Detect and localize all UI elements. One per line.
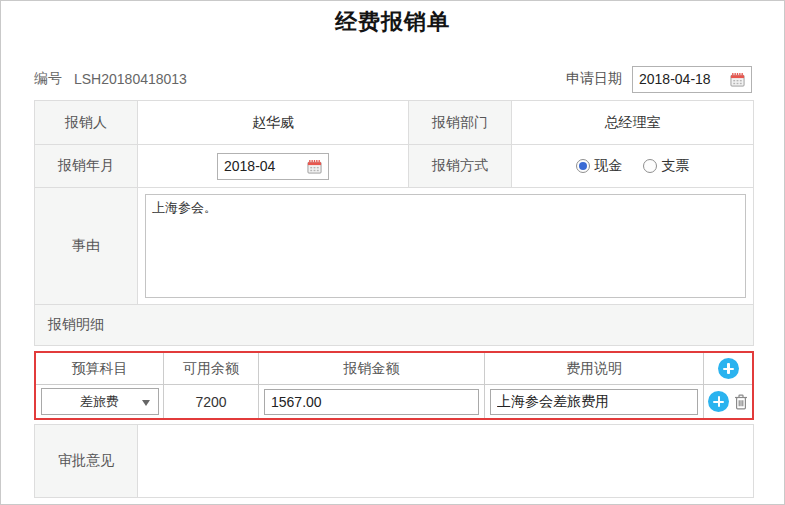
dept-label: 报销部门 bbox=[409, 101, 512, 144]
calendar-icon bbox=[307, 159, 322, 174]
budget-subject-cell: 差旅费 bbox=[36, 385, 164, 418]
reason-textarea[interactable]: 上海参会。 bbox=[145, 194, 746, 298]
chevron-down-icon bbox=[142, 400, 150, 406]
description-cell bbox=[485, 385, 704, 418]
col-header-description: 费用说明 bbox=[485, 353, 704, 384]
radio-label-cash: 现金 bbox=[595, 157, 623, 175]
header-actions-cell bbox=[704, 353, 752, 384]
trash-icon bbox=[734, 394, 748, 410]
approval-section: 审批意见 bbox=[34, 424, 754, 498]
detail-table: 预算科目 可用余额 报销金额 费用说明 差旅费 7200 bbox=[34, 351, 754, 420]
budget-subject-value: 差旅费 bbox=[80, 393, 119, 411]
plus-icon bbox=[708, 391, 729, 412]
method-radio-group: 现金 支票 bbox=[576, 157, 690, 175]
method-label: 报销方式 bbox=[409, 145, 512, 187]
page-title: 经费报销单 bbox=[1, 7, 784, 37]
form-row-person-dept: 报销人 赵华威 报销部门 总经理室 bbox=[35, 101, 753, 145]
detail-data-row: 差旅费 7200 bbox=[36, 385, 752, 418]
form-field-grid: 报销人 赵华威 报销部门 总经理室 报销年月 2018-04 bbox=[34, 100, 754, 346]
form-row-month-method: 报销年月 2018-04 报销方式 bbox=[35, 145, 753, 188]
plus-icon bbox=[718, 358, 739, 379]
detail-section-row: 报销明细 bbox=[35, 305, 753, 345]
available-balance-value: 7200 bbox=[164, 385, 259, 418]
detail-header-row: 预算科目 可用余额 报销金额 费用说明 bbox=[36, 353, 752, 385]
apply-date-label: 申请日期 bbox=[566, 70, 622, 88]
row-actions-cell bbox=[704, 385, 752, 418]
person-value: 赵华威 bbox=[138, 101, 409, 144]
month-cell: 2018-04 bbox=[138, 145, 409, 187]
col-header-budget-subject: 预算科目 bbox=[36, 353, 164, 384]
expense-form-page: 经费报销单 编号 LSH20180418013 申请日期 2018-04-18 bbox=[0, 0, 785, 505]
amount-cell bbox=[259, 385, 485, 418]
approval-content[interactable] bbox=[138, 425, 753, 497]
radio-button-cash[interactable] bbox=[576, 159, 590, 173]
radio-label-cheque: 支票 bbox=[662, 157, 690, 175]
apply-date-group: 申请日期 2018-04-18 bbox=[566, 66, 752, 93]
number-group: 编号 LSH20180418013 bbox=[34, 70, 187, 88]
number-label: 编号 bbox=[34, 70, 62, 88]
reason-label: 事由 bbox=[35, 188, 138, 304]
number-value: LSH20180418013 bbox=[74, 71, 187, 87]
month-value: 2018-04 bbox=[224, 158, 275, 174]
approval-label: 审批意见 bbox=[35, 425, 138, 497]
dept-value: 总经理室 bbox=[512, 101, 753, 144]
delete-row-button[interactable] bbox=[734, 394, 748, 410]
form-row-reason: 事由 上海参会。 bbox=[35, 188, 753, 305]
col-header-available-balance: 可用余额 bbox=[164, 353, 259, 384]
radio-button-cheque[interactable] bbox=[643, 159, 657, 173]
method-cell: 现金 支票 bbox=[512, 145, 753, 187]
detail-section-label: 报销明细 bbox=[35, 305, 753, 345]
apply-date-input[interactable]: 2018-04-18 bbox=[632, 66, 752, 93]
apply-date-value: 2018-04-18 bbox=[639, 71, 711, 87]
calendar-icon bbox=[730, 72, 745, 87]
person-label: 报销人 bbox=[35, 101, 138, 144]
month-label: 报销年月 bbox=[35, 145, 138, 187]
col-header-amount: 报销金额 bbox=[259, 353, 485, 384]
radio-option-cheque[interactable]: 支票 bbox=[643, 157, 690, 175]
budget-subject-select[interactable]: 差旅费 bbox=[41, 388, 159, 415]
month-input[interactable]: 2018-04 bbox=[217, 153, 329, 180]
radio-option-cash[interactable]: 现金 bbox=[576, 157, 623, 175]
description-input[interactable] bbox=[490, 389, 698, 415]
amount-input[interactable] bbox=[264, 389, 479, 415]
meta-row: 编号 LSH20180418013 申请日期 2018-04-18 bbox=[34, 65, 752, 93]
add-row-inline-button[interactable] bbox=[708, 391, 729, 412]
add-row-button[interactable] bbox=[718, 358, 739, 379]
reason-cell: 上海参会。 bbox=[138, 188, 753, 304]
